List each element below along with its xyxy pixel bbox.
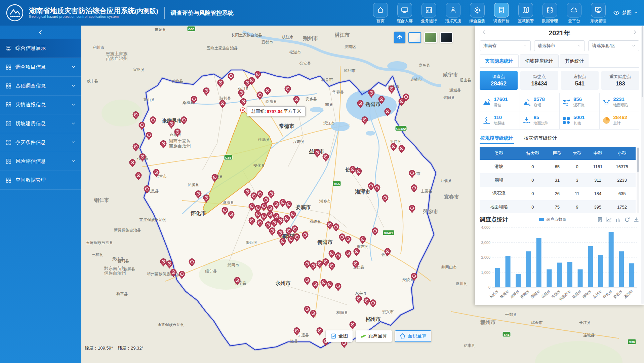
nav-label: 系统管理	[588, 18, 608, 24]
map-label: 于都县	[505, 313, 517, 317]
legend-swatch	[539, 218, 544, 221]
sidebar-item-4[interactable]: 灾情速报信息	[0, 96, 81, 114]
nav-item-8[interactable]: 数据管理	[540, 2, 560, 24]
stat-card-4[interactable]: 重要隐患点183	[601, 71, 639, 90]
y-tick-label: 0	[488, 285, 490, 289]
business-icon	[425, 6, 433, 14]
panel-scrollbar	[641, 26, 644, 304]
year-next-button[interactable]	[631, 29, 639, 37]
layers-button[interactable]	[394, 32, 405, 43]
chart-bar	[536, 238, 541, 287]
nav-item-9[interactable]: 云平台	[564, 2, 584, 24]
header-nav: 首页综合大屏业务运行指挥支援综合监测调查评价区域预警数据管理云平台系统管理	[370, 2, 608, 24]
table-row: 泥石流02611184635	[480, 187, 636, 200]
svg-text:G55: G55	[334, 182, 340, 186]
x-tick-label: 衡阳市	[519, 289, 530, 299]
download-icon[interactable]	[633, 217, 639, 223]
basemap-thumbnail-satellite[interactable]	[440, 32, 453, 43]
sidebar-item-6[interactable]: 孕灾条件信息	[0, 133, 81, 152]
map-label: 怀化市	[191, 210, 206, 216]
map-tool-3[interactable]: 面积量算	[395, 330, 431, 342]
tab-3[interactable]: 其他统计	[560, 55, 589, 67]
stat-card-1[interactable]: 调查点28462	[480, 71, 518, 90]
region-select-3[interactable]: 请选择县/区	[588, 40, 639, 51]
chart-bar	[526, 251, 531, 287]
map-label: 平江县	[390, 140, 402, 144]
table-cell: 635	[608, 187, 636, 200]
map-label: 铜仁市	[94, 197, 109, 203]
sidebar-collapse-button[interactable]	[0, 26, 81, 39]
table-header-cell: 特大型	[518, 147, 547, 160]
chart-bar	[547, 269, 552, 287]
chart-legend[interactable]: 调查点数量	[508, 217, 597, 222]
road-badge: G50	[187, 26, 195, 31]
layers-icon	[396, 34, 403, 41]
map-label: 锦屏县	[123, 267, 135, 271]
refresh-icon[interactable]	[624, 217, 630, 223]
map-toolbar: 全图距离量算面积量算	[326, 330, 431, 342]
type-stat-value: 28462	[613, 115, 628, 120]
nav-item-1[interactable]: 首页	[370, 2, 391, 24]
subtab-2[interactable]: 按灾情等级统计	[523, 133, 558, 144]
nav-label: 数据管理	[540, 18, 560, 24]
table-header-cell: 巨型	[547, 147, 567, 160]
stat-card-value: 183	[615, 80, 625, 87]
panel-scrollbar-thumb[interactable]	[642, 26, 643, 97]
year-prev-button[interactable]	[480, 29, 488, 37]
sidebar-item-1[interactable]: 综合信息展示	[0, 39, 81, 58]
basemap-thumbnail-terrain[interactable]	[424, 32, 437, 43]
sidebar-item-8[interactable]: 空间数据管理	[0, 171, 81, 190]
nav-item-10[interactable]: 系统管理	[588, 2, 608, 24]
map-tool-2[interactable]: 距离量算	[356, 330, 392, 342]
map-label: 龙山县	[143, 98, 155, 102]
region-select-1[interactable]: 湖南省	[480, 40, 531, 51]
bar-icon[interactable]	[615, 217, 621, 223]
table-cell: 泥石流	[480, 187, 518, 200]
nav-tile	[446, 3, 460, 17]
tab-1[interactable]: 灾害隐患统计	[480, 55, 519, 67]
app-titles: 湖南省地质灾害防治综合应用系统(内测版) Geological hazard p…	[29, 7, 158, 19]
sidebar-item-7[interactable]: 风险评估信息	[0, 152, 81, 171]
polygon-close-button[interactable]	[240, 108, 245, 112]
type-stat-6: 85地面沉降	[520, 111, 560, 130]
chevron-left-icon	[38, 29, 44, 35]
table-scrollbar-thumb[interactable]	[637, 148, 639, 172]
type-stat-label: 地面塌陷	[613, 103, 628, 108]
sidebar-item-label: 灾情速报信息	[15, 102, 46, 108]
user-menu[interactable]: 梦图	[613, 9, 638, 16]
type-stat-value: 85	[534, 115, 549, 120]
chart-bar	[495, 268, 500, 287]
stat-card-3[interactable]: 速报点541	[561, 71, 599, 90]
type-stat-value: 2578	[534, 97, 545, 102]
map-label: 荆州市	[303, 35, 318, 41]
nav-item-7[interactable]: 区域预警	[516, 2, 536, 24]
nav-item-6[interactable]: 调查评价	[491, 2, 512, 24]
road-badge: S41	[502, 332, 511, 337]
basemap-thumbnail-vector[interactable]	[408, 32, 421, 43]
map-label: 资兴市	[382, 310, 394, 314]
tab-2[interactable]: 切坡建房统计	[520, 55, 559, 67]
nav-item-5[interactable]: 综合监测	[467, 2, 487, 24]
nav-item-2[interactable]: 综合大屏	[395, 2, 415, 24]
table-cell: 395	[587, 200, 608, 213]
eye-icon	[613, 9, 620, 16]
nav-label: 首页	[370, 18, 391, 24]
sidebar-item-5[interactable]: 切坡建房信息	[0, 114, 81, 133]
stat-card-2[interactable]: 隐患点18434	[520, 71, 558, 90]
nav-item-4[interactable]: 指挥支援	[443, 2, 463, 24]
sidebar-item-2[interactable]: 调查项目信息	[0, 58, 81, 77]
table-row: 地面塌陷07593951752	[480, 200, 636, 213]
subtab-1[interactable]: 按规模等级统计	[480, 133, 514, 144]
trend-icon[interactable]	[606, 217, 612, 223]
type-stat-4: 2231地面塌陷	[600, 93, 640, 111]
type-stat-label: 地面沉降	[534, 121, 549, 126]
map-tool-1[interactable]: 全图	[326, 330, 353, 342]
report-icon[interactable]	[597, 217, 603, 223]
nav-item-3[interactable]: 业务运行	[419, 2, 439, 24]
app-logo-icon	[5, 3, 24, 22]
map-label: 松滋市	[289, 50, 301, 54]
sidebar-item-3[interactable]: 基础调查信息	[0, 77, 81, 96]
region-select-2[interactable]: 请选择市	[534, 40, 585, 51]
x-tick-label: 怀化市	[602, 289, 613, 299]
table-cell: 184	[587, 187, 608, 200]
